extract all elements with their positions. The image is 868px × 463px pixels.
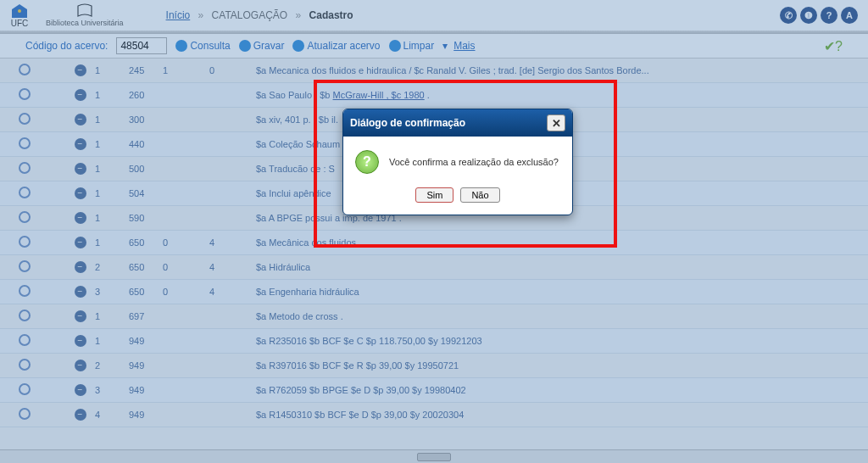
delete-icon[interactable]: − [75,187,86,199]
col-tag: 949 [129,410,163,420]
row-radio[interactable] [19,88,31,100]
delete-icon[interactable]: − [75,237,86,248]
col-seq: 1 [95,164,129,174]
row-radio[interactable] [19,187,31,198]
col-seq: 1 [95,139,129,149]
row-radio[interactable] [19,408,31,420]
col-tag: 650 [129,287,163,297]
ufc-logo: UFC [10,3,29,28]
status-check-icon: ✔? [824,38,843,54]
col-desc: $a Engenharia hidráulica [256,287,868,297]
col-tag: 650 [129,237,163,248]
col-seq: 4 [95,410,129,420]
row-radio[interactable] [19,64,31,75]
col-desc: $a R397016 $b BCF $e R $p 39,00 $y 19950… [256,360,868,371]
close-icon[interactable]: ✕ [547,114,565,131]
delete-icon[interactable]: − [75,286,86,298]
col-desc: $a Sao Paulo : $b McGraw-Hill , $c 1980 … [256,90,868,100]
row-radio[interactable] [19,285,31,297]
row-radio[interactable] [19,137,31,149]
scroll-thumb[interactable] [417,453,451,461]
col-tag: 440 [129,139,163,149]
breadcrumb: Início » CATALOGAÇÃO » Cadastro [166,9,353,21]
clear-icon [389,40,401,52]
delete-icon[interactable]: − [75,89,86,101]
save-icon [239,40,251,52]
delete-icon[interactable]: − [75,64,86,76]
table-row[interactable]: −365004$a Engenharia hidráulica [0,280,868,304]
col-seq: 1 [95,90,129,100]
search-icon [175,40,187,52]
limpar-button[interactable]: Limpar [389,40,435,52]
delete-icon[interactable]: − [75,261,86,273]
info-icon[interactable]: ❶ [800,7,817,24]
delete-icon[interactable]: − [75,114,86,126]
codigo-input[interactable] [116,37,167,54]
consulta-button[interactable]: Consulta [175,40,230,52]
dialog-title: Diálogo de confirmação [350,117,465,129]
col-tag: 245 [129,65,163,75]
col-desc: $a Mecanica dos fluidos e hidraulica / $… [256,65,868,75]
row-radio[interactable] [19,334,31,346]
col-ind1: 0 [163,237,209,248]
delete-icon[interactable]: − [75,384,86,396]
table-row[interactable]: −2949$a R397016 $b BCF $e R $p 39,00 $y … [0,354,868,378]
table-row[interactable]: −1260$a Sao Paulo : $b McGraw-Hill , $c … [0,83,868,108]
col-ind2: 4 [209,287,256,297]
table-row[interactable]: −1949$a R235016 $b BCF $e C $p 118.750,0… [0,329,868,354]
col-seq: 1 [95,65,129,75]
row-radio[interactable] [19,162,31,174]
svg-point-0 [18,9,21,13]
horizontal-scrollbar[interactable] [0,449,868,463]
delete-icon[interactable]: − [75,163,86,175]
user-icon[interactable]: A [841,7,858,24]
globe-icon[interactable]: ✆ [780,7,797,24]
gravar-button[interactable]: Gravar [239,40,285,52]
delete-icon[interactable]: − [75,335,86,347]
col-seq: 2 [95,262,129,272]
delete-icon[interactable]: − [75,138,86,150]
table-row[interactable]: −165004$a Mecânica dos fluidos [0,231,868,255]
col-tag: 949 [129,336,163,346]
table-row[interactable]: −1697$a Metodo de cross . [0,304,868,329]
row-radio[interactable] [19,260,31,272]
delete-icon[interactable]: − [75,360,86,371]
delete-icon[interactable]: − [75,409,86,421]
col-ind2: 4 [209,237,256,248]
atualizar-button[interactable]: Atualizar acervo [292,40,380,52]
row-radio[interactable] [19,113,31,125]
col-desc: $a Mecânica dos fluidos [256,237,868,248]
row-radio[interactable] [19,211,31,223]
col-tag: 590 [129,213,163,223]
col-seq: 3 [95,287,129,297]
delete-icon[interactable]: − [75,310,86,322]
bu-label: Biblioteca Universitária [46,19,124,27]
col-seq: 3 [95,385,129,395]
delete-icon[interactable]: − [75,212,86,224]
row-radio[interactable] [19,383,31,395]
nao-button[interactable]: Não [460,187,499,203]
col-seq: 1 [95,114,129,125]
table-row[interactable]: −124510$a Mecanica dos fluidos e hidraul… [0,59,868,83]
dialog-message: Você confirma a realização da exclusão? [389,157,559,167]
chevron-down-icon: ▾ [442,40,448,52]
col-ind1: 1 [163,65,209,75]
row-radio[interactable] [19,236,31,248]
col-desc: $a R235016 $b BCF $e C $p 118.750,00 $y … [256,336,868,346]
sim-button[interactable]: Sim [415,187,453,203]
table-row[interactable]: −265004$a Hidráulica [0,255,868,280]
crumb-catalogacao[interactable]: CATALOGAÇÃO [212,9,288,21]
table-row[interactable]: −4949$a R1450310 $b BCF $e D $p 39,00 $y… [0,403,868,427]
table-row[interactable]: −3949$a R762059 $b BPGE $e D $p 39,00 $y… [0,378,868,403]
col-desc: $a Hidráulica [256,262,868,272]
crumb-sep: » [198,9,204,21]
crumb-inicio[interactable]: Início [166,9,191,21]
header-icons: ✆ ❶ ? A [780,7,858,24]
row-radio[interactable] [19,310,31,321]
help-icon[interactable]: ? [821,7,837,24]
dialog-titlebar[interactable]: Diálogo de confirmação ✕ [343,109,572,137]
mais-button[interactable]: ▾Mais [442,40,475,52]
col-tag: 300 [129,114,163,125]
col-seq: 1 [95,188,129,198]
row-radio[interactable] [19,359,31,371]
